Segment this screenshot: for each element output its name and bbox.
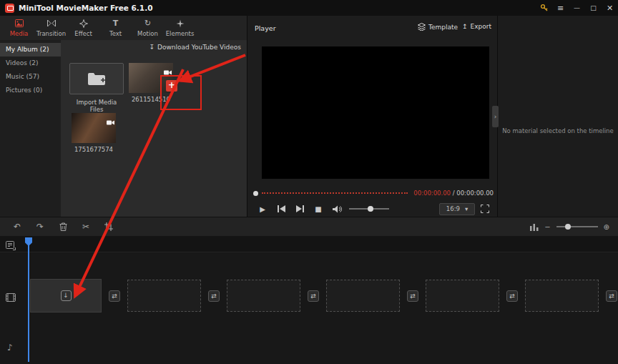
tab-label: Text xyxy=(109,30,122,37)
timeline-zoom-slider[interactable] xyxy=(556,226,598,227)
transition-slot-icon[interactable]: ⇄ xyxy=(506,290,518,302)
zoom-handle[interactable] xyxy=(565,224,571,230)
template-label: Template xyxy=(428,24,458,31)
ribbon-tabs: Media Transition Effect T Text ↻ Motion xyxy=(0,16,247,40)
zoom-out-icon[interactable]: − xyxy=(544,223,550,231)
aspect-ratio-value: 16:9 xyxy=(446,205,460,212)
download-icon: ↧ xyxy=(149,44,154,51)
playback-controls: ▶ ■ 16:9 ▾ xyxy=(253,202,494,216)
playhead-line[interactable] xyxy=(28,237,29,362)
redo-button[interactable]: ↷ xyxy=(29,222,52,232)
download-youtube-button[interactable]: ↧ Download YouTube Videos xyxy=(149,44,241,51)
play-button[interactable]: ▶ xyxy=(253,205,272,213)
split-button[interactable]: ✂ xyxy=(74,222,97,232)
sidebar-item-music[interactable]: Music (57) xyxy=(0,70,61,84)
text-icon: T xyxy=(113,19,119,28)
player-panel: Player Template ↥ Export 00:00:00.00 / 0… xyxy=(247,16,497,217)
clip-placeholder[interactable] xyxy=(426,280,499,312)
timeline-ruler[interactable] xyxy=(0,237,618,252)
tab-label: Effect xyxy=(74,30,92,37)
volume-handle[interactable] xyxy=(368,206,373,212)
media-sidebar: My Album (2) Videos (2) Music (57) Pictu… xyxy=(0,40,61,217)
tab-effect[interactable]: Effect xyxy=(67,19,99,37)
music-track-icon: ♪ xyxy=(7,343,13,353)
template-button[interactable]: Template xyxy=(418,23,458,31)
tab-elements[interactable]: Elements xyxy=(164,19,196,37)
current-time: 00:00:00.00 xyxy=(413,190,451,197)
transition-slot-icon[interactable]: ⇄ xyxy=(407,290,418,302)
clip-placeholder[interactable] xyxy=(525,280,599,312)
download-label: Download YouTube Videos xyxy=(157,44,241,51)
menu-icon[interactable]: ≡ xyxy=(552,0,569,16)
seek-track[interactable] xyxy=(262,192,408,194)
maximize-button[interactable]: □ xyxy=(585,0,602,16)
tab-label: Elements xyxy=(166,30,195,37)
time-display: 00:00:00.00 / 00:00:00.00 xyxy=(413,190,494,197)
video-camera-icon xyxy=(164,64,172,78)
zoom-fit-icon[interactable]: ⊕ xyxy=(604,223,609,231)
template-icon xyxy=(418,23,426,31)
effect-icon xyxy=(79,19,88,28)
export-button[interactable]: ↥ Export xyxy=(462,23,491,30)
undo-button[interactable]: ↶ xyxy=(6,222,29,232)
license-key-icon[interactable] xyxy=(536,0,552,16)
sidebar-item-pictures[interactable]: Pictures (0) xyxy=(0,84,61,97)
fullscreen-button[interactable] xyxy=(481,205,489,213)
tab-media[interactable]: Media xyxy=(3,19,35,37)
tab-motion[interactable]: ↻ Motion xyxy=(132,19,164,37)
export-label: Export xyxy=(471,23,491,30)
close-button[interactable]: ✕ xyxy=(602,0,618,16)
player-title: Player xyxy=(255,24,276,32)
transition-slot-icon[interactable]: ⇄ xyxy=(606,290,617,302)
drop-media-icon: ↓ xyxy=(61,290,72,301)
clip-placeholder[interactable] xyxy=(127,280,201,312)
volume-icon[interactable] xyxy=(328,205,346,213)
sidebar-item-videos[interactable]: Videos (2) xyxy=(0,56,61,70)
minimize-button[interactable]: — xyxy=(569,0,585,16)
timeline-toolbar: ↶ ↷ ✂ − ⊕ xyxy=(0,217,618,237)
next-frame-button[interactable] xyxy=(290,205,309,212)
track-manager-icon[interactable] xyxy=(6,240,16,253)
tab-text[interactable]: T Text xyxy=(99,19,132,37)
volume-slider[interactable] xyxy=(349,208,389,210)
delete-button[interactable] xyxy=(52,222,74,231)
stop-button[interactable]: ■ xyxy=(309,205,328,213)
video-preview xyxy=(262,46,489,179)
sidebar-item-my-album[interactable]: My Album (2) xyxy=(0,43,61,56)
previous-frame-button[interactable] xyxy=(272,205,290,212)
video-camera-icon xyxy=(107,114,114,128)
tab-label: Media xyxy=(10,30,29,37)
timeline-drop-slot[interactable]: ↓ xyxy=(30,279,102,313)
clip-placeholder[interactable] xyxy=(227,280,300,312)
video-track-icon xyxy=(6,291,16,305)
crop-button[interactable] xyxy=(97,222,120,231)
properties-panel: No material selected on the timeline xyxy=(497,16,618,217)
media-item-2[interactable] xyxy=(72,113,116,143)
aspect-ratio-select[interactable]: 16:9 ▾ xyxy=(439,203,475,215)
seek-handle[interactable] xyxy=(253,191,258,196)
transition-slot-icon[interactable]: ⇄ xyxy=(308,290,319,302)
elements-icon xyxy=(176,19,185,28)
chevron-down-icon: ▾ xyxy=(465,205,468,212)
panel-collapse-handle[interactable]: › xyxy=(492,106,499,127)
timeline[interactable]: ♪ ↓ ⇄ ⇄ ⇄ ⇄ ⇄ ⇄ xyxy=(0,237,618,364)
seek-bar[interactable]: 00:00:00.00 / 00:00:00.00 xyxy=(253,189,494,197)
tab-transition[interactable]: Transition xyxy=(35,19,67,37)
clip-placeholder[interactable] xyxy=(326,280,400,312)
transition-slot-icon[interactable]: ⇄ xyxy=(208,290,220,302)
import-media-card[interactable] xyxy=(69,63,124,94)
media-library-panel: ↧ Download YouTube Videos Import Media F… xyxy=(61,40,247,217)
titlebar-buttons: ≡ — □ ✕ xyxy=(536,0,618,16)
export-icon: ↥ xyxy=(462,23,468,30)
import-media-label: Import Media Files xyxy=(69,99,124,113)
transition-icon xyxy=(47,19,56,28)
folder-plus-icon xyxy=(87,72,106,86)
app-window: MiniTool MovieMaker Free 6.1.0 ≡ — □ ✕ M… xyxy=(0,0,618,364)
app-title: MiniTool MovieMaker Free 6.1.0 xyxy=(19,4,152,12)
tab-label: Motion xyxy=(137,30,158,37)
transition-slot-icon[interactable]: ⇄ xyxy=(109,290,120,302)
add-to-timeline-button[interactable]: + xyxy=(166,80,177,92)
app-logo-icon xyxy=(5,4,14,13)
tab-label: Transition xyxy=(36,30,66,37)
video-track[interactable]: ↓ ⇄ ⇄ ⇄ ⇄ ⇄ ⇄ xyxy=(30,279,618,313)
